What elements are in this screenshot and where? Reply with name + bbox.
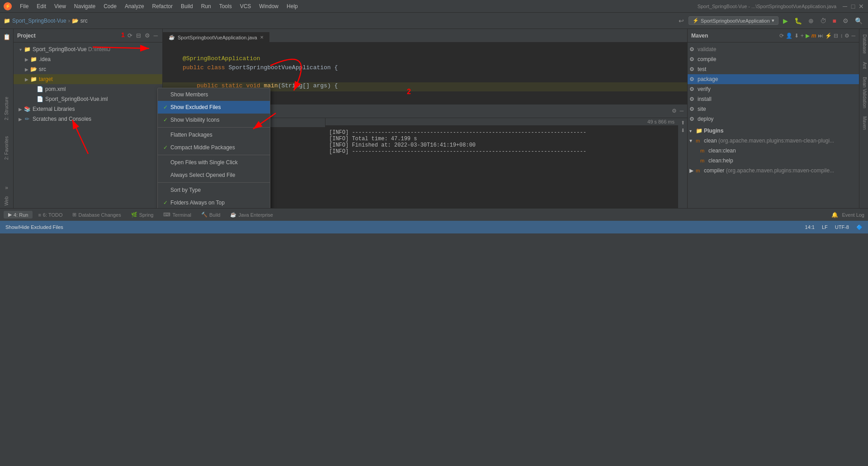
run-icon[interactable]: ▶ xyxy=(781,16,790,25)
sidebar-favorites-label[interactable]: 2: Favorites xyxy=(3,133,10,162)
run-config-selector[interactable]: ⚡ SportSpringbootVueApplication ▾ xyxy=(689,16,778,25)
right-tab-maven[interactable]: Maven xyxy=(859,113,868,133)
tree-item-pom[interactable]: 📄 pom.xml xyxy=(14,84,162,94)
maven-run-icon[interactable]: ▶ xyxy=(806,33,810,39)
stop-icon[interactable]: ■ xyxy=(831,16,838,25)
ctx-folders-on-top[interactable]: ✓ Folders Always on Top xyxy=(158,196,270,208)
menu-analyze[interactable]: Analyze xyxy=(121,2,148,10)
editor-tab-main[interactable]: ☕ SportSpringbootVueApplication.java ✕ xyxy=(163,32,269,42)
minimize-button[interactable]: ─ xyxy=(842,3,848,10)
maven-plugins-section[interactable]: ▾ 📁 Plugins xyxy=(688,126,859,136)
ext-libs-arrow[interactable]: ▶ xyxy=(17,106,24,112)
expand-arrow[interactable]: ▾ xyxy=(17,46,24,52)
maven-deploy[interactable]: ⚙ deploy xyxy=(688,114,859,124)
coverage-icon[interactable]: ⊕ xyxy=(807,16,816,25)
menu-refactor[interactable]: Refactor xyxy=(149,2,176,10)
sync-icon[interactable]: ⟳ xyxy=(127,31,133,40)
bottom-tab-spring[interactable]: 🌿 Spring xyxy=(127,211,158,219)
folder-name[interactable]: src xyxy=(80,18,88,24)
tree-item-root[interactable]: ▾ 📁 Sport_SpringBoot-Vue D:\IntelliJ xyxy=(14,44,162,54)
expand-icon[interactable]: » xyxy=(3,183,10,193)
bottom-tab-db-changes[interactable]: ⊞ Database Changes xyxy=(68,211,125,219)
ctx-flatten-packages[interactable]: Flatten Packages xyxy=(158,128,270,141)
maven-double-run-icon[interactable]: ⏭ xyxy=(818,33,823,39)
right-tab-ant[interactable]: Ant xyxy=(859,58,868,72)
sidebar-web-label[interactable]: Web xyxy=(3,194,10,208)
profile-icon[interactable]: ⏱ xyxy=(818,16,828,25)
menu-file[interactable]: File xyxy=(16,2,32,10)
tree-item-scratches[interactable]: ▶ ✏ Scratches and Consoles xyxy=(14,114,162,124)
target-arrow[interactable]: ▶ xyxy=(24,76,30,82)
maven-site[interactable]: ⚙ site xyxy=(688,104,859,114)
maven-lightning-icon[interactable]: ⚡ xyxy=(825,33,832,39)
maven-settings-icon[interactable]: ⚙ xyxy=(844,33,849,39)
project-name[interactable]: Sport_SpringBoot-Vue xyxy=(12,18,66,24)
sidebar-structure-label[interactable]: 2: Structure xyxy=(3,94,10,123)
event-log-label[interactable]: Event Log xyxy=(842,212,864,218)
bottom-tab-build[interactable]: 🔨 Build xyxy=(197,211,225,219)
settings-icon[interactable]: ⚙ xyxy=(841,16,850,25)
maven-compiler-plugin[interactable]: ▶ m compiler (org.apache.maven.plugins:m… xyxy=(688,166,859,176)
bottom-tab-java-enterprise[interactable]: ☕ Java Enterprise xyxy=(226,211,277,219)
menu-tools[interactable]: Tools xyxy=(216,2,236,10)
maven-install[interactable]: ⚙ install xyxy=(688,94,859,104)
menu-view[interactable]: View xyxy=(51,2,70,10)
ctx-show-visibility-icons[interactable]: ✓ Show Visibility Icons xyxy=(158,114,270,126)
collapse-icon[interactable]: ⊟ xyxy=(135,31,142,40)
maven-reload-icon[interactable]: ⟳ xyxy=(779,33,784,39)
minimize-panel-icon[interactable]: ─ xyxy=(153,31,159,40)
maven-profiles-icon[interactable]: 👤 xyxy=(786,33,793,39)
maven-minimize-icon[interactable]: ─ xyxy=(851,33,855,39)
ctx-always-select-opened[interactable]: Always Select Opened File xyxy=(158,169,270,181)
ctx-sort-by-type[interactable]: Sort by Type xyxy=(158,184,270,196)
back-icon[interactable]: ↩ xyxy=(677,16,686,25)
maven-sort-icon[interactable]: ↕ xyxy=(840,33,843,39)
debug-icon[interactable]: 🐛 xyxy=(793,16,804,25)
plugins-expand-arrow[interactable]: ▾ xyxy=(689,128,696,133)
event-log-icon[interactable]: 🔔 xyxy=(831,212,838,218)
close-button[interactable]: ✕ xyxy=(858,3,864,10)
maven-clean-plugin[interactable]: ▾ m clean (org.apache.maven.plugins:mave… xyxy=(688,136,859,146)
maven-m-icon[interactable]: m xyxy=(811,33,816,39)
maven-test[interactable]: ⚙ test xyxy=(688,64,859,74)
menu-help[interactable]: Help xyxy=(283,2,302,10)
maven-validate[interactable]: ⚙ validate xyxy=(688,44,859,54)
ctx-show-excluded-files[interactable]: ✓ Show Excluded Files xyxy=(158,101,270,114)
ctx-open-files-single-click[interactable]: Open Files with Single Click xyxy=(158,156,270,169)
scratches-arrow[interactable]: ▶ xyxy=(17,116,24,122)
menu-edit[interactable]: Edit xyxy=(33,2,50,10)
menu-build[interactable]: Build xyxy=(177,2,197,10)
scroll-up-icon[interactable]: ⬆ xyxy=(681,120,685,126)
tree-item-target[interactable]: ▶ 📁 target xyxy=(14,74,162,84)
tab-close-button[interactable]: ✕ xyxy=(260,35,264,40)
run-settings-icon[interactable]: ⚙ xyxy=(672,108,677,114)
search-icon[interactable]: 🔍 xyxy=(853,16,864,25)
tree-item-ext-libs[interactable]: ▶ 📚 External Libraries xyxy=(14,104,162,114)
maven-collapse-icon[interactable]: ⊟ xyxy=(834,33,838,39)
idea-arrow[interactable]: ▶ xyxy=(24,56,30,62)
maven-clean-help[interactable]: m clean:help xyxy=(688,156,859,166)
tree-item-idea[interactable]: ▶ 📁 .idea xyxy=(14,54,162,64)
menu-run[interactable]: Run xyxy=(198,2,215,10)
settings-dropdown-icon[interactable]: ⚙ xyxy=(144,31,151,40)
maven-add-icon[interactable]: + xyxy=(801,33,804,39)
ctx-show-members[interactable]: Show Members xyxy=(158,88,270,101)
menu-vcs[interactable]: VCS xyxy=(236,2,255,10)
right-tab-database[interactable]: Database xyxy=(859,31,868,57)
maven-package[interactable]: ⚙ package xyxy=(688,74,859,84)
bottom-tab-run[interactable]: ▶ 4: Run xyxy=(4,211,33,219)
tree-item-src[interactable]: ▶ 📂 src xyxy=(14,64,162,74)
bottom-tab-todo[interactable]: ≡ 6: TODO xyxy=(33,211,67,219)
right-tab-bean[interactable]: Bean Validation xyxy=(859,73,868,112)
run-minimize-icon[interactable]: ─ xyxy=(679,108,684,114)
ctx-compact-middle-packages[interactable]: ✓ Compact Middle Packages xyxy=(158,141,270,154)
maven-compile[interactable]: ⚙ compile xyxy=(688,54,859,64)
compiler-expand[interactable]: ▶ xyxy=(689,167,696,174)
maven-clean-clean[interactable]: m clean:clean xyxy=(688,146,859,156)
bottom-tab-terminal[interactable]: ⌨ Terminal xyxy=(159,211,196,219)
menu-code[interactable]: Code xyxy=(100,2,120,10)
tree-item-iml[interactable]: 📄 Sport_SpringBoot-Vue.iml xyxy=(14,94,162,104)
sidebar-project-icon[interactable]: 📋 xyxy=(1,31,13,43)
maven-download-icon[interactable]: ⬇ xyxy=(794,33,799,39)
src-arrow[interactable]: ▶ xyxy=(24,66,30,72)
